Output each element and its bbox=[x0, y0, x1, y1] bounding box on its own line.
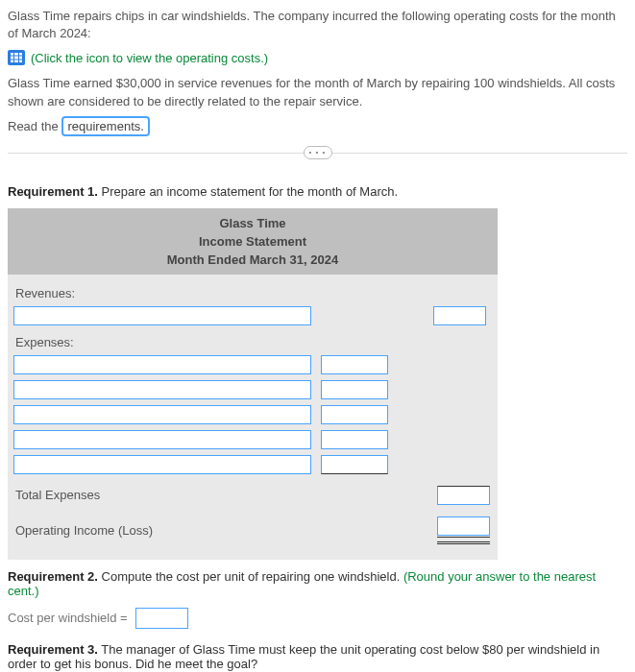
cost-per-unit-row: Cost per windshield = bbox=[8, 608, 627, 629]
view-operating-costs-link[interactable]: (Click the icon to view the operating co… bbox=[31, 51, 268, 65]
revenue-desc-input[interactable] bbox=[13, 306, 311, 325]
double-underline bbox=[437, 537, 490, 544]
expense-amount-3[interactable] bbox=[321, 405, 388, 424]
cost-per-windshield-label: Cost per windshield = bbox=[8, 611, 128, 625]
expense-desc-5[interactable] bbox=[13, 455, 311, 474]
cost-per-windshield-input[interactable] bbox=[135, 608, 188, 629]
expense-row-3 bbox=[13, 405, 492, 424]
read-requirements-row: Read the requirements. bbox=[8, 118, 627, 135]
expenses-label: Expenses: bbox=[13, 329, 492, 355]
statement-company: Glass Time bbox=[8, 214, 498, 232]
income-statement: Glass Time Income Statement Month Ended … bbox=[8, 208, 498, 560]
operating-income-row: Operating Income (Loss) bbox=[13, 511, 492, 550]
expense-row-5 bbox=[13, 455, 492, 474]
revenues-label: Revenues: bbox=[13, 280, 492, 306]
table-icon[interactable] bbox=[8, 50, 25, 65]
expense-amount-5[interactable] bbox=[321, 455, 388, 474]
read-the-text: Read the bbox=[8, 119, 61, 133]
expense-desc-3[interactable] bbox=[13, 405, 311, 424]
expense-desc-2[interactable] bbox=[13, 380, 311, 399]
expense-row-2 bbox=[13, 380, 492, 399]
expense-desc-1[interactable] bbox=[13, 355, 311, 374]
operating-income-input[interactable] bbox=[437, 516, 490, 536]
view-costs-row: (Click the icon to view the operating co… bbox=[8, 50, 627, 65]
svg-rect-0 bbox=[10, 52, 23, 63]
requirement-3-title: Requirement 3. The manager of Glass Time… bbox=[8, 642, 627, 671]
requirement-3-label: Requirement 3. bbox=[8, 642, 98, 657]
statement-title: Income Statement bbox=[8, 232, 498, 251]
requirement-2-label: Requirement 2. bbox=[8, 569, 98, 584]
requirements-link[interactable]: requirements. bbox=[61, 116, 149, 136]
requirement-1-title: Requirement 1. Prepare an income stateme… bbox=[8, 184, 627, 199]
requirement-1-label: Requirement 1. bbox=[8, 184, 98, 199]
expense-amount-1[interactable] bbox=[321, 355, 388, 374]
total-expenses-row: Total Expenses bbox=[13, 480, 492, 511]
expense-amount-2[interactable] bbox=[321, 380, 388, 399]
requirement-2-title: Requirement 2. Compute the cost per unit… bbox=[8, 569, 627, 598]
expense-row-1 bbox=[13, 355, 492, 374]
operating-income-label: Operating Income (Loss) bbox=[15, 523, 153, 538]
expense-desc-4[interactable] bbox=[13, 430, 311, 449]
total-expenses-label: Total Expenses bbox=[15, 488, 100, 502]
statement-body: Revenues: Expenses: Total Expenses bbox=[8, 275, 498, 560]
expense-row-4 bbox=[13, 430, 492, 449]
revenue-line bbox=[13, 306, 492, 329]
ellipsis-icon[interactable]: • • • bbox=[304, 146, 332, 159]
expense-amount-4[interactable] bbox=[321, 430, 388, 449]
statement-header: Glass Time Income Statement Month Ended … bbox=[8, 208, 498, 275]
requirement-2-text: Compute the cost per unit of repairing o… bbox=[98, 569, 403, 584]
intro-paragraph-1: Glass Time repairs chips in car windshie… bbox=[8, 8, 627, 42]
revenue-amount-input[interactable] bbox=[433, 306, 486, 325]
requirement-1-text: Prepare an income statement for the mont… bbox=[98, 184, 398, 199]
total-expenses-input[interactable] bbox=[437, 486, 490, 505]
intro-paragraph-2: Glass Time earned $30,000 in service rev… bbox=[8, 75, 627, 109]
statement-period: Month Ended March 31, 2024 bbox=[8, 251, 498, 269]
